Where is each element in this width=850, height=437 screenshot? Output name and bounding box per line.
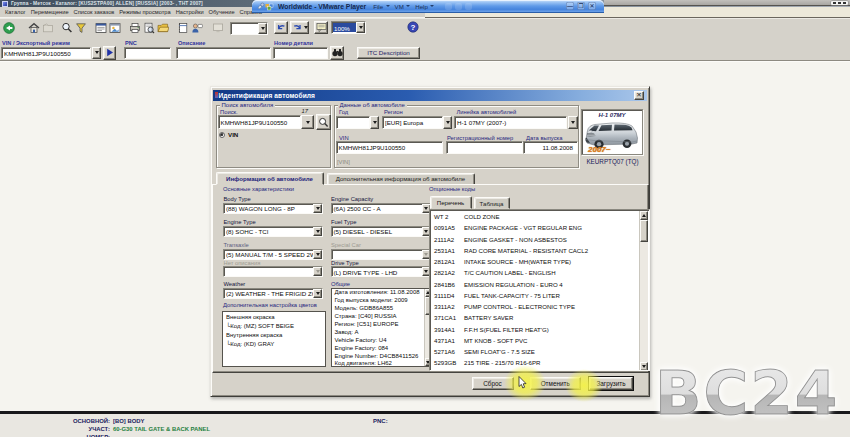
special-car-label: Special Car xyxy=(331,242,361,248)
mouse-cursor xyxy=(518,376,527,389)
dropdown-button[interactable] xyxy=(313,250,322,259)
folder-up-button[interactable] xyxy=(41,21,55,35)
vm-menu-vm[interactable]: VM xyxy=(395,3,404,10)
screen-button[interactable] xyxy=(211,21,225,35)
history-combobox[interactable] xyxy=(230,22,268,35)
engine-capacity-combo[interactable]: (6A) 2500 CC - A xyxy=(331,203,432,214)
menu-item[interactable]: Перемещение xyxy=(31,9,69,15)
release-date-input[interactable]: 11.08.2008 xyxy=(523,141,578,154)
reg-number-input[interactable] xyxy=(446,141,523,154)
option-row[interactable]: 2812A1 INTAKE SOURCE - MH(WATER TYPE) xyxy=(431,256,639,267)
option-row[interactable]: 3311A2 PUMP CONTROL - ELECTRONIC TYPE xyxy=(431,301,639,312)
redo-button[interactable] xyxy=(290,21,309,34)
option-code: 2111A2 xyxy=(431,236,464,243)
search-button[interactable] xyxy=(60,21,74,35)
contact-button[interactable] xyxy=(190,21,204,35)
option-row[interactable]: 2111A2 ENGINE GASKET - NON ASBESTOS xyxy=(431,234,639,245)
pnc-input[interactable] xyxy=(124,47,171,60)
vm-menu-help[interactable]: Help xyxy=(415,3,428,10)
vin-radio[interactable] xyxy=(219,132,225,138)
notebook-button[interactable] xyxy=(176,21,190,35)
filter-button[interactable] xyxy=(74,21,88,35)
color-line: └Код: (KD) GRAY xyxy=(223,340,325,349)
no-description-label: Нет описания xyxy=(224,260,261,266)
general-listbox[interactable]: Дата изготовления: 11.08.2008Год выпуска… xyxy=(331,288,432,368)
region-input[interactable]: [EUR] Europa xyxy=(382,116,443,129)
vm-minimize-button[interactable]: — xyxy=(566,2,574,10)
dialog-titlebar[interactable]: Идентификация автомобиля ✕ xyxy=(213,90,647,101)
part-number-input[interactable] xyxy=(273,47,328,60)
option-row[interactable]: 3111D4 FUEL TANK-CAPACITY - 75 LITER xyxy=(431,290,639,301)
host-window-buttons[interactable] xyxy=(831,1,848,6)
year-dropdown-button[interactable] xyxy=(370,116,379,129)
vm-restore-button[interactable]: ❐ xyxy=(577,2,585,10)
chevron-down-icon xyxy=(571,121,575,124)
body-type-combo[interactable]: (88) WAGON LONG - 8P xyxy=(223,203,323,214)
image-window-button[interactable] xyxy=(108,21,122,35)
menu-item[interactable]: Обучение xyxy=(209,9,235,15)
dropdown-button[interactable] xyxy=(313,204,322,213)
exit-button[interactable] xyxy=(2,21,16,35)
dialog-vin-input[interactable]: KMHWH81JP9U100550 xyxy=(336,141,443,154)
general-line: Регион: [C51] EUROPE xyxy=(332,321,424,329)
dropdown-button[interactable] xyxy=(356,22,365,33)
option-row[interactable]: 2821A2 T/C CAUTION LABEL - ENGLISH xyxy=(431,267,639,278)
print-button[interactable] xyxy=(128,21,142,35)
scroll-up-button[interactable] xyxy=(640,211,648,220)
itc-description-button[interactable]: ITC Description xyxy=(357,47,420,59)
option-description: EMISSION REGULATION - EURO 4 xyxy=(464,281,563,288)
option-codes-listbox[interactable]: WT 2 COLD ZONE 0091A5 ENGINE PACKAGE - V… xyxy=(429,209,650,371)
help-button[interactable]: ? xyxy=(406,21,419,34)
menu-item[interactable]: Режимы просмотра xyxy=(119,9,170,15)
option-row[interactable]: 2841B6 EMISSION REGULATION - EURO 4 xyxy=(431,279,639,290)
option-row[interactable]: 3914A1 F.F.H S(FUEL FILTER HEAT'G) xyxy=(431,324,639,335)
dialog-vin-search-input[interactable]: KMHWH81JP9U100550 xyxy=(218,115,301,129)
option-row[interactable]: WT 2 COLD ZONE xyxy=(431,211,639,222)
tab-vehicle-info[interactable]: Информация об автомобиле xyxy=(216,172,324,185)
undo-button[interactable] xyxy=(274,21,288,34)
vin-go-button[interactable] xyxy=(103,46,116,60)
menu-item[interactable]: Каталог xyxy=(5,9,26,15)
zoom-combobox[interactable]: 100% xyxy=(331,21,366,34)
option-row[interactable]: 371CA1 BATTERY SAVER xyxy=(431,312,639,323)
vin-dropdown-button[interactable] xyxy=(92,47,101,60)
engine-type-combo[interactable]: (8) SOHC - TCI xyxy=(223,226,323,237)
menu-item[interactable]: Настройки xyxy=(176,9,204,15)
search-dropdown-button[interactable] xyxy=(301,115,314,129)
line-value: H-1 07MY (2007-) xyxy=(455,117,566,128)
dialog-close-button[interactable]: ✕ xyxy=(634,91,644,100)
year-input[interactable] xyxy=(336,116,370,129)
line-input[interactable]: H-1 07MY (2007-) xyxy=(454,116,567,129)
description-input[interactable] xyxy=(176,47,271,60)
print-preview-button[interactable] xyxy=(142,21,156,35)
fuel-type-combo[interactable]: (5) DIESEL - DIESEL xyxy=(331,226,432,237)
menu-item[interactable]: Список заказов xyxy=(74,9,115,15)
scroll-thumb[interactable] xyxy=(640,220,648,242)
colors-listbox[interactable]: Внешняя окраска└Код: (MZ) SOFT BEIGEВнут… xyxy=(222,311,326,368)
dropdown-button[interactable] xyxy=(258,23,267,34)
vm-close-button[interactable]: ✕ xyxy=(588,2,596,10)
weather-combo[interactable]: (2) WEATHER - THE FRIGID ZON xyxy=(223,288,323,299)
transaxle-combo[interactable]: (5) MANUAL T/M - 5 SPEED 2WD xyxy=(223,249,323,260)
part-search-button[interactable] xyxy=(330,46,344,61)
vmware-titlebar[interactable]: Worldwide - VMware Player File VM Help —… xyxy=(252,0,604,12)
drive-type-combo[interactable]: (L) DRIVE TYPE - LHD xyxy=(331,266,432,277)
dropdown-button[interactable] xyxy=(313,227,322,236)
options-scrollbar[interactable] xyxy=(639,211,648,371)
vin-input[interactable]: KMHWH81JP9U100550 xyxy=(1,47,91,60)
dropdown-button[interactable] xyxy=(313,289,322,298)
feedback-button[interactable] xyxy=(314,21,328,34)
option-row[interactable]: 5271A6 SEMI FLOAT'G - 7.5 SIZE xyxy=(431,346,639,357)
option-row[interactable]: 4371A1 MT KNOB - SOFT PVC xyxy=(431,335,639,346)
text-window-button[interactable] xyxy=(94,21,108,35)
option-row[interactable]: 2531A1 RAD CORE MATERIAL - RESISTANT CAC… xyxy=(431,245,639,256)
region-dropdown-button[interactable] xyxy=(443,116,452,129)
option-row[interactable]: 0091A5 ENGINE PACKAGE - VGT REGULAR ENG xyxy=(431,222,639,233)
dialog-search-button[interactable] xyxy=(316,114,331,130)
vm-menu-file[interactable]: File xyxy=(373,3,383,10)
subtab-table[interactable]: Таблица xyxy=(474,197,510,209)
home-button[interactable] xyxy=(27,21,41,35)
subtab-list[interactable]: Перечень xyxy=(430,196,472,209)
line-dropdown-button[interactable] xyxy=(568,116,578,129)
open-folder-button[interactable] xyxy=(156,21,170,35)
